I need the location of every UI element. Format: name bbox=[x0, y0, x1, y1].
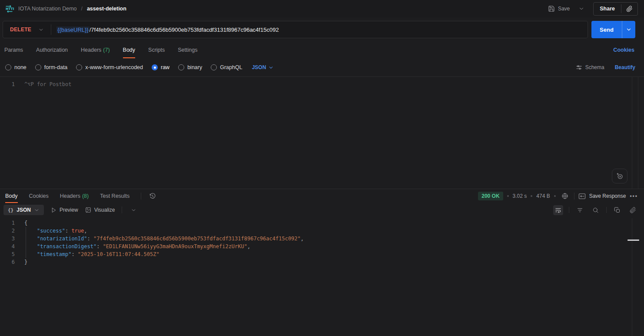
share-group: Share bbox=[593, 2, 638, 16]
tab-settings[interactable]: Settings bbox=[178, 42, 197, 58]
response-tabs: Body Cookies Headers (8) Test Results 20… bbox=[0, 189, 644, 203]
body-type-raw[interactable]: raw bbox=[152, 64, 169, 70]
body-type-form-data[interactable]: form-data bbox=[35, 64, 68, 70]
response-tab-cookies[interactable]: Cookies bbox=[29, 189, 49, 203]
line-number: 2 bbox=[0, 227, 15, 235]
body-row-actions: Schema Beautify bbox=[576, 64, 635, 71]
body-type-none[interactable]: none bbox=[5, 64, 27, 70]
breadcrumb-collection[interactable]: IOTA Notarization Demo bbox=[18, 6, 77, 12]
format-options-button[interactable] bbox=[129, 206, 138, 215]
body-type-graphql[interactable]: GraphQL bbox=[211, 64, 242, 70]
send-options-button[interactable] bbox=[622, 21, 635, 38]
save-button[interactable]: Save bbox=[544, 3, 573, 15]
wrap-text-icon bbox=[555, 207, 561, 213]
tab-scripts[interactable]: Scripts bbox=[148, 42, 165, 58]
icons-divider bbox=[606, 207, 607, 213]
code-content: "notarizationId": "7f4feb9cb2560c358846c… bbox=[15, 235, 304, 243]
body-type-row: none form-data x-www-form-urlencoded raw… bbox=[0, 58, 644, 77]
code-line: 6} bbox=[0, 258, 644, 266]
chevron-down-icon bbox=[131, 207, 136, 213]
language-select[interactable]: JSON bbox=[252, 64, 274, 70]
editor-line: 1 ^⌥P for Postbot bbox=[0, 77, 644, 88]
code-line: 5 "timestamp": "2025-10-16T11:07:44.505Z… bbox=[0, 250, 644, 258]
send-button[interactable]: Send bbox=[591, 21, 622, 38]
response-toolbar-right bbox=[553, 205, 638, 215]
breadcrumb: HTTP IOTA Notarization Demo / assest-del… bbox=[4, 4, 126, 13]
breadcrumb-request-name[interactable]: assest-deletion bbox=[87, 6, 126, 12]
beautify-button[interactable]: Beautify bbox=[615, 64, 635, 70]
chevron-down-icon bbox=[626, 27, 632, 33]
search-button[interactable] bbox=[591, 205, 601, 215]
copy-link-button[interactable] bbox=[621, 3, 637, 15]
response-headers-count: (8) bbox=[82, 193, 89, 199]
pane-resize-handle[interactable] bbox=[627, 240, 639, 241]
response-code-lines: 1{2 "success": true,3 "notarizationId": … bbox=[0, 219, 644, 266]
http-request-icon: HTTP bbox=[4, 4, 14, 13]
tab-params[interactable]: Params bbox=[4, 42, 23, 58]
more-options-button[interactable]: ••• bbox=[630, 193, 638, 199]
request-body-editor[interactable]: 1 ^⌥P for Postbot bbox=[0, 77, 644, 189]
filter-button[interactable] bbox=[575, 205, 585, 215]
response-tab-test-results[interactable]: Test Results bbox=[100, 189, 129, 203]
response-tab-headers[interactable]: Headers (8) bbox=[60, 189, 89, 203]
wrap-lines-button[interactable] bbox=[553, 205, 563, 215]
code-line: 4 "transactionDigest": "ED1LFAN1UNw56iyy… bbox=[0, 243, 644, 250]
body-type-urlencoded[interactable]: x-www-form-urlencoded bbox=[76, 64, 143, 70]
schema-button[interactable]: Schema bbox=[576, 64, 604, 71]
response-size[interactable]: 474 B bbox=[536, 193, 550, 199]
toolbar-divider bbox=[122, 206, 122, 213]
body-type-binary[interactable]: binary bbox=[178, 64, 202, 70]
network-info-button[interactable] bbox=[560, 191, 570, 201]
response-toolbar: {} JSON Preview Visualize bbox=[0, 203, 644, 217]
cookies-link[interactable]: Cookies bbox=[613, 47, 634, 53]
code-content: "success": true, bbox=[15, 227, 87, 235]
response-format-select[interactable]: {} JSON bbox=[3, 205, 44, 215]
copy-button[interactable] bbox=[612, 205, 622, 215]
visualize-button[interactable]: Visualize bbox=[85, 207, 115, 213]
share-button[interactable]: Share bbox=[594, 3, 621, 15]
save-response-icon bbox=[578, 193, 586, 200]
postbot-button[interactable] bbox=[612, 169, 627, 183]
dot-separator bbox=[531, 195, 532, 197]
editor-scrollbar[interactable] bbox=[632, 77, 644, 189]
tabs-divider bbox=[141, 193, 141, 200]
code-content: "transactionDigest": "ED1LFAN1UNw56iyyG3… bbox=[15, 243, 250, 250]
url-input[interactable]: {{baseURL}}/7f4feb9cb2560c358846c6d56b59… bbox=[51, 27, 279, 33]
preview-button[interactable]: Preview bbox=[51, 207, 78, 213]
status-divider bbox=[574, 193, 574, 200]
response-tab-body[interactable]: Body bbox=[5, 189, 18, 203]
save-response-button[interactable]: Save Response bbox=[578, 193, 626, 200]
response-section: Body Cookies Headers (8) Test Results 20… bbox=[0, 189, 644, 336]
filter-icon bbox=[577, 207, 583, 213]
save-options-button[interactable] bbox=[576, 3, 587, 14]
status-badge[interactable]: 200 OK bbox=[478, 192, 503, 200]
postbot-icon bbox=[616, 172, 624, 180]
response-body-editor[interactable]: 1{2 "success": true,3 "notarizationId": … bbox=[0, 217, 644, 336]
sliders-icon bbox=[576, 64, 582, 71]
dot-separator bbox=[507, 195, 509, 197]
icons-divider bbox=[569, 207, 569, 213]
history-clock-icon bbox=[149, 193, 156, 200]
postbot-hint: ^⌥P for Postbot bbox=[15, 80, 71, 88]
tab-headers[interactable]: Headers (7) bbox=[81, 42, 110, 58]
code-line: 3 "notarizationId": "7f4feb9cb2560c35884… bbox=[0, 235, 644, 243]
topbar: HTTP IOTA Notarization Demo / assest-del… bbox=[0, 0, 644, 17]
chevron-down-icon bbox=[34, 207, 40, 213]
line-number: 5 bbox=[0, 250, 15, 258]
breadcrumb-separator: / bbox=[81, 6, 83, 12]
link-button[interactable] bbox=[628, 205, 638, 215]
response-history-button[interactable] bbox=[149, 193, 156, 200]
paperclip-icon bbox=[626, 6, 633, 12]
send-group: Send bbox=[591, 21, 635, 38]
headers-count: (7) bbox=[103, 47, 110, 53]
chevron-down-icon bbox=[38, 27, 44, 33]
response-time[interactable]: 3.02 s bbox=[513, 193, 527, 199]
method-select[interactable]: DELETE bbox=[3, 27, 51, 33]
chevron-down-icon bbox=[268, 65, 274, 70]
tab-authorization[interactable]: Authorization bbox=[36, 42, 68, 58]
code-content: { bbox=[15, 219, 27, 227]
url-variable: {{baseURL}} bbox=[56, 27, 90, 33]
code-content: } bbox=[15, 258, 27, 266]
chevron-down-icon bbox=[578, 6, 584, 12]
tab-body[interactable]: Body bbox=[123, 42, 136, 58]
